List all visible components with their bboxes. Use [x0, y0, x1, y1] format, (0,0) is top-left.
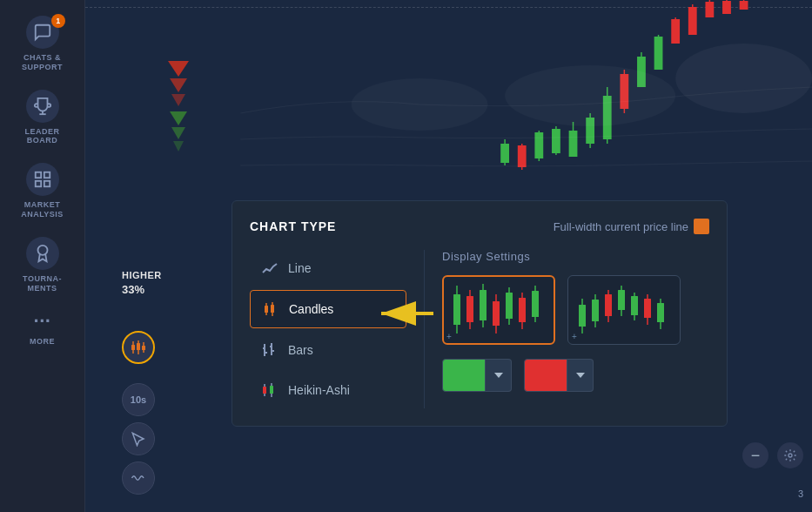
time-value: 10s: [131, 394, 146, 405]
chart-background: HIGHER 33% 10s: [85, 0, 812, 512]
svg-text:+: +: [446, 332, 452, 341]
sidebar-label-chats: CHATS & SUPPORT: [4, 53, 80, 72]
svg-rect-67: [493, 301, 500, 326]
svg-rect-63: [466, 296, 473, 322]
svg-rect-84: [631, 296, 638, 315]
sidebar-label-more: MORE: [30, 337, 55, 347]
background-chart: [164, 0, 812, 192]
panel-title: CHART TYPE: [250, 219, 336, 233]
up-color-box: [442, 359, 486, 392]
settings-button[interactable]: [777, 442, 803, 468]
svg-rect-76: [579, 305, 586, 327]
higher-percentage: 33%: [122, 283, 144, 296]
chart-type-bars[interactable]: Bars: [250, 332, 406, 368]
down-color-dropdown[interactable]: [567, 359, 594, 392]
panel-header: CHART TYPE Full-width current price line: [250, 219, 709, 234]
svg-rect-47: [265, 306, 268, 313]
svg-point-36: [505, 65, 675, 126]
svg-text:+: +: [572, 332, 577, 341]
heikin-type-icon: [260, 381, 279, 400]
dropdown-arrow-icon: [494, 373, 503, 378]
sidebar-label-market: MARKETANALYSIS: [21, 200, 64, 219]
preview-candles-alt-svg: +: [569, 277, 679, 343]
sidebar-item-chats[interactable]: 1 CHATS & SUPPORT: [0, 7, 84, 81]
svg-rect-80: [605, 294, 612, 316]
svg-rect-69: [506, 293, 513, 319]
sidebar-label-leaderboard: LEADERBOARD: [24, 127, 59, 146]
panel-body: Line Candles: [250, 250, 709, 408]
svg-rect-16: [654, 37, 663, 70]
svg-rect-71: [519, 298, 526, 322]
more-dots-icon: ···: [34, 310, 51, 333]
up-color-dropdown[interactable]: [486, 359, 512, 392]
checkbox-check-icon: [697, 222, 707, 232]
svg-rect-32: [534, 132, 543, 158]
svg-rect-43: [142, 346, 145, 350]
pointer-arrow-svg: [368, 296, 438, 331]
svg-rect-49: [271, 305, 274, 313]
chart-type-line[interactable]: Line: [250, 250, 406, 286]
preview-candles-svg: +: [444, 277, 554, 343]
svg-rect-73: [532, 291, 539, 317]
candles-label: Candles: [289, 302, 333, 316]
bars-type-icon: [260, 340, 279, 360]
chart-type-panel: CHART TYPE Full-width current price line: [232, 200, 728, 427]
display-settings-title: Display Settings: [442, 250, 709, 263]
sidebar-label-tournaments: TOURNA-MENTS: [23, 274, 62, 293]
market-icon: [26, 163, 59, 196]
down-color-box: [524, 359, 567, 392]
chart-type-button[interactable]: [122, 331, 155, 364]
candles-type-icon: [261, 300, 280, 319]
higher-label: HIGHER: [122, 270, 162, 280]
preview-candles-alternate[interactable]: +: [567, 275, 681, 345]
cursor-tool-button[interactable]: [122, 422, 155, 455]
wave-tool-button[interactable]: [122, 461, 155, 495]
sidebar-item-leaderboard[interactable]: LEADERBOARD: [0, 81, 84, 155]
svg-rect-2: [35, 181, 40, 186]
sidebar-item-market[interactable]: MARKETANALYSIS: [0, 154, 84, 228]
wave-icon: [131, 470, 146, 486]
price-line-label: Full-width current price line: [554, 220, 688, 233]
price-line-option[interactable]: Full-width current price line: [554, 219, 709, 234]
svg-rect-28: [500, 144, 509, 163]
candles-chart-icon: [262, 301, 279, 317]
svg-rect-18: [671, 19, 680, 44]
chart-type-heikin[interactable]: Heikin-Ashi: [250, 372, 406, 408]
heikin-label: Heikin-Ashi: [288, 383, 350, 397]
svg-rect-3: [44, 181, 49, 186]
bars-chart-icon: [261, 342, 278, 358]
heikin-chart-icon: [261, 382, 278, 398]
svg-rect-26: [740, 1, 748, 10]
sidebar-item-tournaments[interactable]: TOURNA-MENTS: [0, 228, 84, 302]
arrow-decorations: [168, 61, 189, 152]
svg-rect-20: [688, 7, 697, 35]
candlestick-icon: [130, 339, 147, 356]
gear-icon: [783, 448, 797, 462]
preview-row: +: [442, 275, 709, 345]
bottom-number: 3: [798, 488, 803, 499]
svg-point-37: [675, 44, 812, 113]
svg-rect-61: [453, 294, 460, 325]
minus-icon: −: [751, 447, 761, 465]
svg-point-44: [789, 454, 792, 457]
svg-rect-45: [697, 222, 707, 232]
down-color-selector[interactable]: [524, 359, 594, 392]
svg-rect-86: [644, 299, 651, 318]
price-line-checkbox[interactable]: [694, 219, 709, 234]
line-chart-icon: [261, 260, 278, 276]
svg-rect-1: [44, 172, 49, 178]
svg-rect-22: [705, 2, 714, 17]
svg-rect-24: [722, 1, 731, 14]
cursor-icon: [131, 431, 146, 447]
zoom-out-button[interactable]: −: [742, 442, 768, 468]
svg-rect-6: [569, 131, 578, 157]
sidebar: 1 CHATS & SUPPORT LEADERBOARD MARKETANAL…: [0, 0, 85, 512]
time-selector-button[interactable]: 10s: [122, 383, 155, 416]
main-area: HIGHER 33% 10s: [85, 0, 812, 512]
sidebar-item-more[interactable]: ··· MORE: [0, 301, 84, 355]
up-color-selector[interactable]: [442, 359, 512, 392]
svg-rect-59: [270, 386, 273, 394]
tournament-icon: [26, 237, 59, 270]
preview-candles-standard[interactable]: +: [442, 275, 555, 345]
trophy-icon: [26, 90, 59, 123]
